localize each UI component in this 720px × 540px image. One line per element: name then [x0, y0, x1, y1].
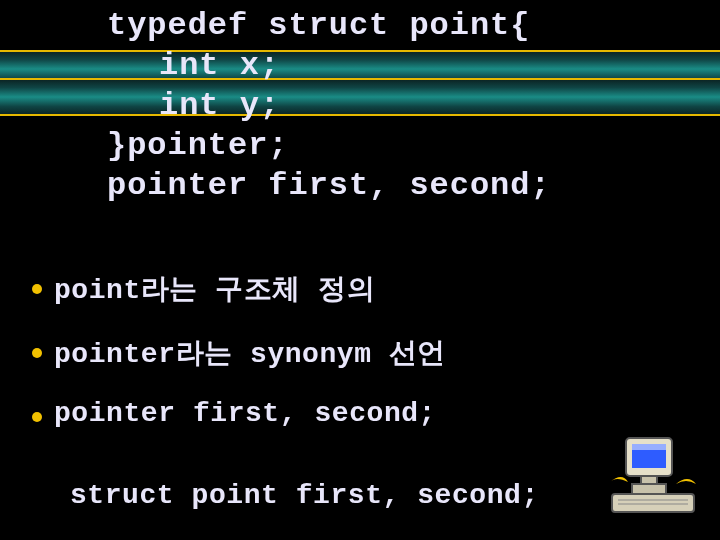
bullet-text: pointer라는 synonym 선언	[54, 334, 446, 372]
sub-line: struct point first, second;	[70, 480, 539, 511]
code-line-1: typedef struct point{	[107, 6, 551, 46]
bullet-dot-icon	[32, 348, 42, 358]
bullet-list: point라는 구조체 정의 pointer라는 synonym 선언 poin…	[32, 270, 446, 455]
bullet-text: pointer first, second;	[54, 398, 436, 429]
computer-icon	[608, 434, 698, 520]
svg-rect-2	[632, 444, 666, 450]
code-line-4: }pointer;	[107, 126, 551, 166]
svg-rect-3	[612, 494, 694, 512]
code-block: typedef struct point{ int x; int y; }poi…	[107, 6, 551, 206]
code-line-5: pointer first, second;	[107, 166, 551, 206]
svg-rect-7	[632, 484, 666, 494]
svg-rect-6	[641, 476, 657, 484]
code-line-3: int y;	[107, 86, 551, 126]
bullet-item: pointer라는 synonym 선언	[32, 334, 446, 372]
bullet-item: pointer first, second;	[32, 398, 446, 429]
code-line-2: int x;	[107, 46, 551, 86]
bullet-dot-icon	[32, 412, 42, 422]
bullet-dot-icon	[32, 284, 42, 294]
bullet-text: point라는 구조체 정의	[54, 270, 375, 308]
bullet-item: point라는 구조체 정의	[32, 270, 446, 308]
